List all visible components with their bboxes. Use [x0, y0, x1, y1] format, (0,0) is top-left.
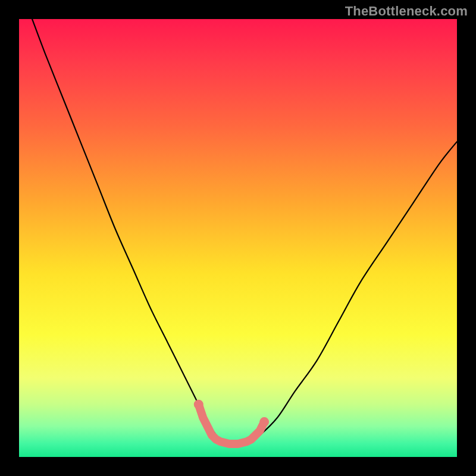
- optimal-marker-dot: [259, 417, 269, 427]
- optimal-marker-dot: [194, 400, 203, 409]
- watermark-text: TheBottleneck.com: [345, 4, 468, 19]
- bottleneck-curve: [32, 19, 457, 444]
- curve-layer: [19, 19, 457, 457]
- chart-frame: TheBottleneck.com: [0, 0, 476, 476]
- optimal-marker-path: [199, 405, 264, 444]
- plot-area: [19, 19, 457, 457]
- optimal-marker: [194, 400, 269, 444]
